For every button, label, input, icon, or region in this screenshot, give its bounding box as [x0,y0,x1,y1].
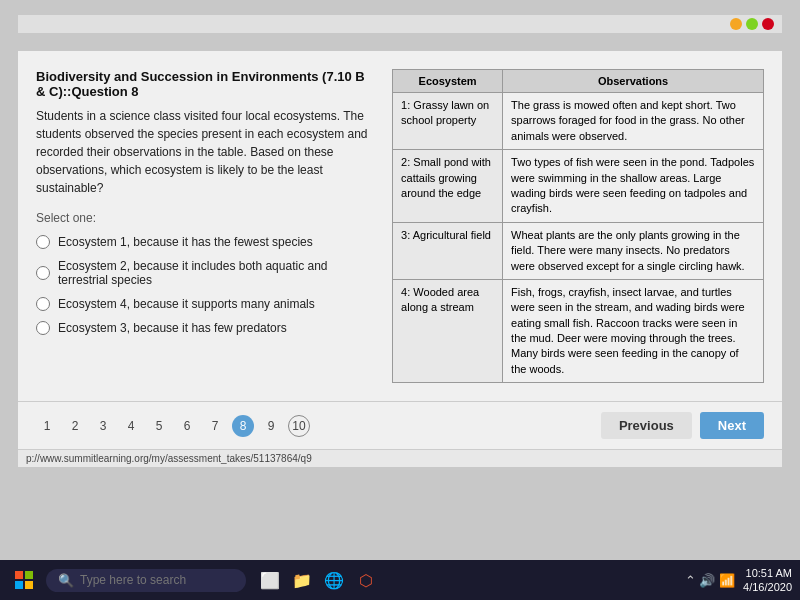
taskbar-icons: ⬜ 📁 🌐 ⬡ [256,566,380,594]
page-num-8[interactable]: 8 [232,415,254,437]
answer-label-3: Ecosystem 4, because it supports many an… [58,297,315,311]
answer-option-1[interactable]: Ecosystem 1, because it has the fewest s… [36,235,374,249]
question-section: Biodiversity and Succession in Environme… [36,69,374,383]
page-num-10[interactable]: 10 [288,415,310,437]
ecosystem-cell-3: 3: Agricultural field [393,222,503,279]
browser-controls [730,18,774,30]
taskbar-cortana-icon[interactable]: ⬜ [256,566,284,594]
page-num-1[interactable]: 1 [36,415,58,437]
system-tray-icons: ⌃ 🔊 📶 [685,573,735,588]
close-btn[interactable] [762,18,774,30]
table-row: 4: Wooded area along a streamFish, frogs… [393,279,764,382]
taskbar-right: ⌃ 🔊 📶 10:51 AM 4/16/2020 [685,566,792,595]
page-num-5[interactable]: 5 [148,415,170,437]
page-num-4[interactable]: 4 [120,415,142,437]
answer-label-4: Ecosystem 3, because it has few predator… [58,321,287,335]
previous-button[interactable]: Previous [601,412,692,439]
url-text: p://www.summitlearning.org/my/assessment… [26,453,312,464]
observation-cell-1: The grass is mowed often and kept short.… [503,93,764,150]
svg-rect-3 [25,581,33,589]
browser-bar [18,15,782,33]
taskbar-date-display: 4/16/2020 [743,580,792,594]
answer-label-1: Ecosystem 1, because it has the fewest s… [58,235,313,249]
url-bar: p://www.summitlearning.org/my/assessment… [18,449,782,467]
radio-4[interactable] [36,321,50,335]
ecosystem-cell-2: 2: Small pond with cattails growing arou… [393,150,503,223]
svg-rect-0 [15,571,23,579]
answer-option-2[interactable]: Ecosystem 2, because it includes both aq… [36,259,374,287]
maximize-btn[interactable] [746,18,758,30]
select-one-label: Select one: [36,211,374,225]
radio-1[interactable] [36,235,50,249]
radio-2[interactable] [36,266,50,280]
radio-3[interactable] [36,297,50,311]
minimize-btn[interactable] [730,18,742,30]
answer-option-3[interactable]: Ecosystem 4, because it supports many an… [36,297,374,311]
taskbar-clock: 10:51 AM 4/16/2020 [743,566,792,595]
ecosystem-table: Ecosystem Observations 1: Grassy lawn on… [392,69,764,383]
table-row: 3: Agricultural fieldWheat plants are th… [393,222,764,279]
answer-option-4[interactable]: Ecosystem 3, because it has few predator… [36,321,374,335]
search-icon: 🔍 [58,573,74,588]
table-section: Ecosystem Observations 1: Grassy lawn on… [392,69,764,383]
windows-start-button[interactable] [8,564,40,596]
ecosystem-cell-1: 1: Grassy lawn on school property [393,93,503,150]
observation-cell-4: Fish, frogs, crayfish, insect larvae, an… [503,279,764,382]
page-num-2[interactable]: 2 [64,415,86,437]
search-input[interactable] [80,573,234,587]
page-num-7[interactable]: 7 [204,415,226,437]
answer-label-2: Ecosystem 2, because it includes both aq… [58,259,374,287]
col-ecosystem: Ecosystem [393,70,503,93]
observation-cell-2: Two types of fish were seen in the pond.… [503,150,764,223]
page-numbers: 12345678910 [36,415,310,437]
bottom-nav: 12345678910 Previous Next [18,401,782,449]
taskbar: 🔍 ⬜ 📁 🌐 ⬡ ⌃ 🔊 📶 10:51 AM 4/16/2020 [0,560,800,600]
page-num-6[interactable]: 6 [176,415,198,437]
observation-cell-3: Wheat plants are the only plants growing… [503,222,764,279]
taskbar-app-icon[interactable]: ⬡ [352,566,380,594]
col-observations: Observations [503,70,764,93]
question-body: Students in a science class visited four… [36,107,374,197]
table-row: 2: Small pond with cattails growing arou… [393,150,764,223]
question-title: Biodiversity and Succession in Environme… [36,69,374,99]
ecosystem-cell-4: 4: Wooded area along a stream [393,279,503,382]
taskbar-files-icon[interactable]: 📁 [288,566,316,594]
svg-rect-1 [25,571,33,579]
page-num-9[interactable]: 9 [260,415,282,437]
taskbar-time-display: 10:51 AM [743,566,792,580]
windows-icon [14,570,34,590]
page-num-3[interactable]: 3 [92,415,114,437]
svg-rect-2 [15,581,23,589]
taskbar-search-bar[interactable]: 🔍 [46,569,246,592]
nav-buttons: Previous Next [601,412,764,439]
table-row: 1: Grassy lawn on school propertyThe gra… [393,93,764,150]
next-button[interactable]: Next [700,412,764,439]
taskbar-edge-icon[interactable]: 🌐 [320,566,348,594]
main-content: Biodiversity and Succession in Environme… [18,51,782,401]
